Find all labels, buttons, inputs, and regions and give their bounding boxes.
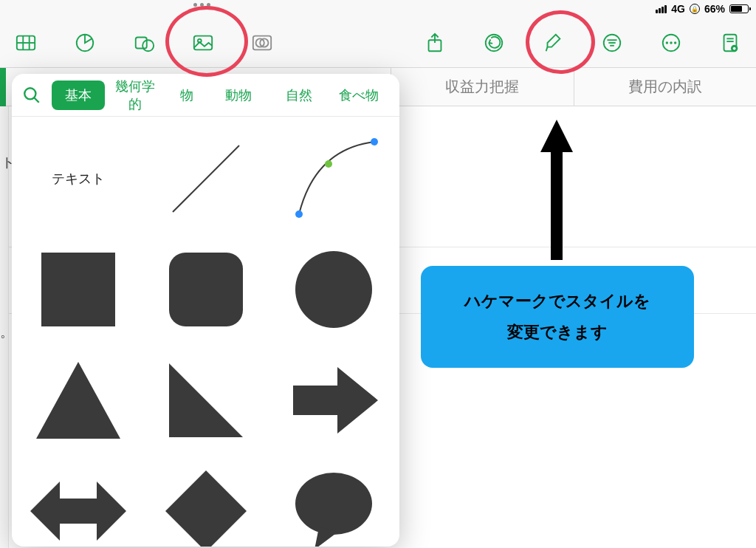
tab-expenses[interactable]: 費用の内訳 [574, 68, 757, 106]
left-edge: ト 。 [0, 106, 9, 548]
svg-point-6 [142, 40, 154, 51]
status-bar: 4G 🔒 66% [648, 0, 756, 18]
insert-table-button[interactable] [13, 30, 38, 55]
svg-point-26 [733, 47, 736, 49]
svg-line-28 [34, 97, 39, 103]
shape-triangle[interactable] [18, 349, 138, 452]
active-tab-handle [0, 68, 6, 106]
svg-point-31 [325, 160, 332, 168]
undo-button[interactable] [481, 30, 506, 55]
insert-shape-button[interactable] [131, 30, 157, 55]
shape-line[interactable] [145, 127, 266, 230]
svg-point-19 [666, 41, 668, 44]
shapes-popover: 基本 幾何学的 物 動物 自然 食べ物 テキスト [12, 74, 399, 547]
svg-point-41 [295, 473, 372, 535]
svg-point-21 [674, 41, 676, 44]
battery-icon [729, 4, 749, 13]
category-food[interactable]: 食べ物 [329, 81, 389, 110]
svg-rect-5 [136, 37, 147, 48]
callout-line-2: 変更できます [507, 317, 608, 348]
insert-chart-button[interactable] [72, 30, 97, 55]
svg-marker-38 [293, 367, 378, 434]
shape-diamond[interactable] [145, 459, 266, 547]
tab-revenue[interactable]: 収益力把握 [391, 68, 574, 106]
image-adjust-button[interactable] [250, 30, 275, 55]
svg-marker-37 [169, 363, 243, 437]
orientation-lock-icon: 🔒 [690, 4, 700, 14]
shape-category-tabs: 基本 幾何学的 物 動物 自然 食べ物 [12, 74, 399, 117]
svg-point-20 [670, 41, 672, 44]
shape-rounded-square[interactable] [145, 238, 266, 341]
category-animals[interactable]: 動物 [208, 81, 269, 110]
shapes-grid: テキスト [12, 117, 399, 547]
svg-point-32 [371, 138, 378, 145]
filter-button[interactable] [599, 30, 625, 55]
category-basic[interactable]: 基本 [52, 81, 105, 110]
share-button[interactable] [422, 30, 447, 55]
callout-line-1: ハケマークでスタイルを [464, 286, 650, 317]
shape-circle[interactable] [273, 238, 394, 341]
svg-marker-40 [165, 470, 247, 547]
signal-icon [656, 5, 667, 13]
svg-point-30 [295, 210, 303, 218]
svg-point-27 [24, 88, 35, 99]
export-button[interactable] [718, 30, 743, 55]
category-geometric[interactable]: 幾何学的 [105, 74, 165, 119]
shape-arrow-both[interactable] [18, 459, 138, 547]
category-nature[interactable]: 自然 [269, 81, 329, 110]
format-brush-button[interactable] [540, 30, 566, 55]
annotation-callout: ハケマークでスタイルを 変更できます [421, 266, 694, 368]
svg-marker-46 [540, 120, 573, 260]
shape-speech-bubble[interactable] [273, 459, 394, 547]
shape-text[interactable]: テキスト [18, 127, 138, 230]
svg-rect-33 [41, 253, 115, 326]
shape-curve[interactable] [273, 127, 394, 230]
network-label: 4G [671, 3, 685, 15]
search-icon[interactable] [22, 86, 41, 105]
category-objects[interactable]: 物 [165, 81, 209, 110]
insert-media-button[interactable] [190, 30, 216, 55]
battery-label: 66% [704, 3, 725, 15]
shape-arrow-right[interactable] [273, 349, 394, 452]
svg-marker-36 [36, 362, 120, 439]
svg-rect-34 [169, 253, 243, 326]
more-button[interactable] [659, 30, 684, 55]
shape-right-triangle[interactable] [145, 349, 266, 452]
annotation-arrow [540, 120, 573, 260]
svg-point-35 [295, 251, 372, 328]
svg-line-29 [173, 145, 239, 212]
svg-marker-39 [30, 482, 126, 541]
window-dots [193, 3, 210, 7]
popover-arrow [196, 74, 217, 75]
shape-square[interactable] [18, 238, 138, 341]
top-toolbar [0, 18, 756, 68]
